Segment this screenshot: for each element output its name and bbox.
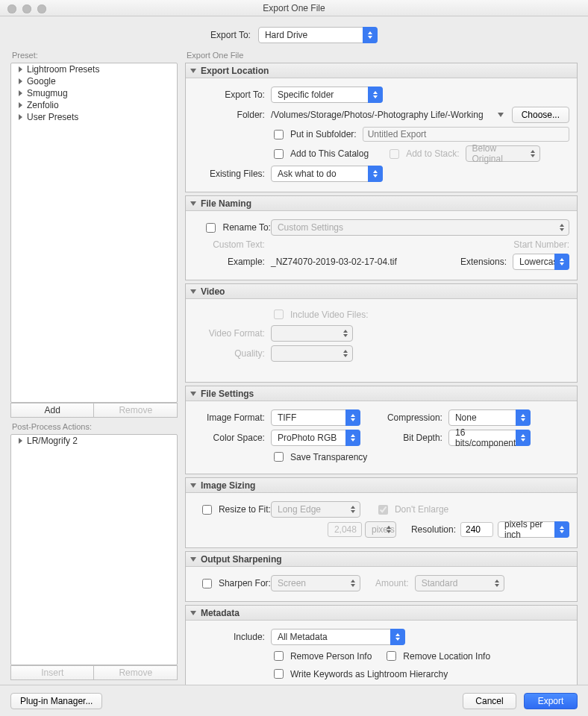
include-video-checkbox: Include Video Files: — [271, 307, 369, 321]
window-title: Export One File — [263, 3, 325, 13]
minimize-dot-icon[interactable] — [22, 4, 31, 13]
existing-files-select[interactable]: Ask what to do — [271, 166, 383, 182]
sharpen-amount-select: Standard — [415, 575, 504, 591]
traffic-lights — [7, 4, 46, 13]
chevron-down-icon — [190, 201, 196, 206]
remove-person-checkbox[interactable]: Remove Person Info — [271, 649, 372, 663]
remove-button[interactable]: Remove — [94, 665, 177, 680]
folder-path: /Volumes/Storage/Photos/-Photography Lif… — [271, 110, 494, 120]
rename-checkbox[interactable]: Rename To: — [193, 221, 271, 235]
chevron-down-icon — [190, 289, 196, 294]
right-panel-label: Export One File — [187, 51, 578, 60]
metadata-include-select[interactable]: All Metadata — [271, 629, 405, 645]
export-location-select[interactable]: Specific folder — [271, 87, 383, 103]
section-export-location: Export Location Export To: Specific fold… — [185, 63, 578, 192]
chevron-down-icon — [190, 392, 196, 396]
resolution-input[interactable] — [460, 522, 493, 537]
list-item[interactable]: Google — [11, 75, 177, 87]
section-video: Video Include Video Files: Video Format:… — [185, 283, 578, 383]
insert-button[interactable]: Insert — [10, 665, 94, 680]
section-header[interactable]: Metadata — [186, 606, 577, 621]
label: Existing Files: — [193, 169, 265, 179]
label: Custom Text: — [193, 239, 265, 250]
close-dot-icon[interactable] — [7, 4, 16, 13]
chevron-down-icon — [190, 557, 196, 562]
section-header[interactable]: Export Location — [186, 63, 577, 78]
label: Resolution: — [411, 524, 456, 535]
disclosure-triangle-icon — [19, 102, 22, 108]
resize-mode-select: Long Edge — [271, 501, 360, 518]
label: Color Space: — [193, 433, 265, 443]
cancel-button[interactable]: Cancel — [463, 693, 516, 709]
color-space-select[interactable]: ProPhoto RGB — [271, 430, 360, 446]
chevron-down-icon — [190, 483, 196, 488]
section-image-sizing: Image Sizing Resize to Fit: Long Edge Do… — [185, 477, 578, 548]
top-export-row: Export To: Hard Drive — [0, 16, 588, 49]
label: Include: — [193, 632, 265, 642]
section-header[interactable]: File Naming — [186, 196, 577, 211]
label: Start Number: — [513, 239, 569, 250]
section-header[interactable]: Output Sharpening — [186, 552, 577, 567]
folder-dropdown-button[interactable] — [494, 108, 507, 122]
remove-button[interactable]: Remove — [94, 403, 177, 418]
list-item[interactable]: User Presets — [11, 111, 177, 123]
plugin-manager-button[interactable]: Plug-in Manager... — [10, 693, 102, 709]
label: Folder: — [193, 110, 265, 120]
bit-depth-select[interactable]: 16 bits/component — [448, 430, 531, 446]
disclosure-triangle-icon — [19, 90, 22, 96]
transparency-checkbox[interactable]: Save Transparency — [271, 450, 367, 464]
disclosure-triangle-icon — [19, 438, 22, 444]
label: Export To: — [193, 90, 265, 100]
size-unit-select: pixels — [365, 521, 396, 538]
rename-select: Custom Settings — [271, 219, 569, 236]
label: Extensions: — [460, 257, 507, 267]
section-header[interactable]: Video — [186, 284, 577, 299]
size-input[interactable] — [328, 522, 362, 537]
add-catalog-checkbox[interactable]: Add to This Catalog — [271, 147, 369, 161]
list-item[interactable]: Zenfolio — [11, 99, 177, 111]
disclosure-triangle-icon — [19, 66, 22, 72]
example-value: _NZ74070-2019-03-02-17-04.tif — [271, 257, 397, 267]
section-sharpening: Output Sharpening Sharpen For: Screen Am… — [185, 551, 578, 602]
section-file-naming: File Naming Rename To: Custom Settings C… — [185, 195, 578, 280]
label: Bit Depth: — [378, 433, 442, 443]
video-format-select — [271, 325, 353, 342]
subfolder-input[interactable] — [363, 127, 569, 142]
compression-select[interactable]: None — [448, 409, 531, 426]
zoom-dot-icon[interactable] — [37, 4, 46, 13]
resolution-unit-select[interactable]: pixels per inch — [498, 521, 569, 538]
ppa-buttons: Insert Remove — [10, 665, 178, 680]
chevron-down-icon — [190, 611, 196, 615]
disclosure-triangle-icon — [19, 78, 22, 84]
preset-label: Preset: — [12, 51, 178, 60]
remove-location-checkbox[interactable]: Remove Location Info — [384, 649, 490, 663]
list-item[interactable]: Smugmug — [11, 87, 177, 99]
subfolder-checkbox[interactable]: Put in Subfolder: — [271, 128, 357, 142]
sharpen-for-select: Screen — [271, 575, 360, 591]
ppa-label: Post-Process Actions: — [12, 422, 178, 431]
disclosure-triangle-icon — [19, 114, 22, 120]
resize-checkbox[interactable]: Resize to Fit: — [193, 503, 271, 517]
choose-folder-button[interactable]: Choose... — [512, 107, 569, 123]
video-quality-select — [271, 345, 353, 362]
section-metadata: Metadata Include: All Metadata Remove Pe… — [185, 605, 578, 688]
section-header[interactable]: Image Sizing — [186, 478, 577, 493]
section-header[interactable]: File Settings — [186, 386, 577, 401]
sharpen-checkbox[interactable]: Sharpen For: — [193, 577, 271, 591]
preset-list[interactable]: Lightroom Presets Google Smugmug Zenfoli… — [10, 63, 178, 403]
extensions-select[interactable]: Lowercase — [513, 254, 569, 270]
list-item[interactable]: LR/Mogrify 2 — [11, 435, 177, 447]
image-format-select[interactable]: TIFF — [271, 409, 360, 426]
section-file-settings: File Settings Image Format: TIFF Compres… — [185, 386, 578, 474]
label: Example: — [193, 257, 265, 267]
add-stack-select: Below Original — [466, 145, 540, 162]
list-item[interactable]: Lightroom Presets — [11, 63, 177, 75]
label: Image Format: — [193, 412, 265, 423]
export-to-select[interactable]: Hard Drive — [258, 27, 378, 43]
add-stack-checkbox: Add to Stack: — [387, 147, 459, 161]
export-button[interactable]: Export — [524, 693, 578, 709]
dont-enlarge-checkbox: Don't Enlarge — [375, 503, 448, 517]
ppa-list[interactable]: LR/Mogrify 2 — [10, 434, 178, 665]
add-button[interactable]: Add — [10, 403, 94, 418]
write-keywords-checkbox[interactable]: Write Keywords as Lightroom Hierarchy — [271, 667, 448, 681]
